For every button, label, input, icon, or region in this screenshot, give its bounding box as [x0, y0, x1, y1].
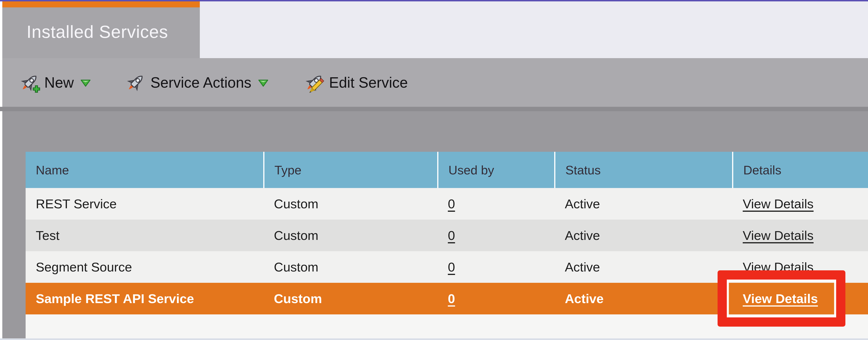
status-cell: Active	[555, 251, 733, 283]
view-details-link[interactable]: View Details	[743, 291, 818, 306]
column-header-type: Type	[264, 152, 438, 188]
rocket-edit-icon	[304, 72, 325, 93]
view-details-link[interactable]: View Details	[743, 196, 813, 211]
service-name-cell: Segment Source	[26, 251, 264, 283]
service-type-cell: Custom	[264, 188, 438, 220]
used-by-link[interactable]: 0	[448, 228, 455, 243]
column-header-status: Status	[555, 152, 733, 188]
table-row-selected[interactable]: Sample REST API Service Custom 0 Active …	[26, 283, 868, 314]
toolbar: New Service Actions	[2, 58, 868, 107]
service-type-cell: Custom	[264, 283, 438, 314]
view-details-link[interactable]: View Details	[743, 260, 813, 274]
service-name-cell: Sample REST API Service	[26, 283, 264, 314]
column-header-name: Name	[26, 152, 264, 188]
service-type-cell: Custom	[264, 220, 438, 251]
service-type-cell: Custom	[264, 251, 438, 283]
dropdown-arrow-icon	[80, 79, 91, 87]
new-button-label: New	[44, 74, 74, 91]
status-cell: Active	[555, 220, 733, 251]
used-by-link[interactable]: 0	[448, 260, 455, 274]
service-name-cell: REST Service	[26, 188, 264, 220]
column-header-used-by: Used by	[438, 152, 555, 188]
table-row[interactable]: Segment Source Custom 0 Active View Deta…	[26, 251, 868, 283]
toolbar-divider	[0, 107, 868, 111]
status-cell: Active	[555, 283, 733, 314]
rocket-add-icon	[19, 72, 40, 93]
window-bottom-edge	[0, 338, 868, 340]
service-name-cell: Test	[26, 220, 264, 251]
below-table-area	[26, 314, 868, 338]
table-header-row: Name Type Used by Status Details	[26, 152, 868, 188]
tab-bar-background	[200, 1, 868, 58]
used-by-link[interactable]: 0	[448, 196, 455, 211]
used-by-link[interactable]: 0	[448, 291, 455, 306]
table-row[interactable]: Test Custom 0 Active View Details	[26, 220, 868, 251]
status-cell: Active	[555, 188, 733, 220]
installed-services-table: Name Type Used by Status Details REST Se…	[26, 152, 868, 314]
view-details-link[interactable]: View Details	[743, 228, 813, 243]
service-actions-button-label: Service Actions	[150, 74, 251, 91]
tab-installed-services[interactable]: Installed Services	[2, 1, 200, 58]
edit-service-button-label: Edit Service	[329, 74, 408, 91]
new-button[interactable]: New	[19, 58, 91, 107]
service-actions-button[interactable]: Service Actions	[125, 58, 269, 107]
column-header-details: Details	[733, 152, 868, 188]
page-title: Installed Services	[2, 7, 200, 56]
table-row[interactable]: REST Service Custom 0 Active View Detail…	[26, 188, 868, 220]
rocket-icon	[125, 72, 146, 93]
dropdown-arrow-icon	[258, 79, 269, 87]
edit-service-button[interactable]: Edit Service	[304, 58, 408, 107]
